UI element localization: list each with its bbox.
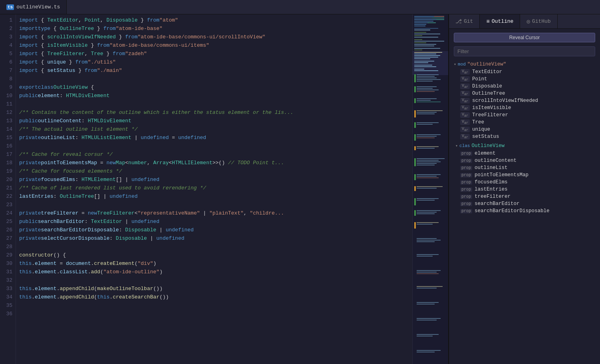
svg-rect-73 xyxy=(417,160,439,161)
svg-rect-54 xyxy=(417,81,433,82)
file-tab[interactable]: ts outlineView.ts xyxy=(0,0,67,14)
outline-class-item[interactable]: propelement xyxy=(449,150,600,157)
code-line: import { isItemVisible } from "atom-ide-… xyxy=(16,41,412,50)
line-number: 23 xyxy=(3,201,12,209)
svg-rect-20 xyxy=(414,42,426,43)
svg-rect-52 xyxy=(417,78,437,78)
github-icon: ◎ xyxy=(526,18,530,25)
svg-rect-80 xyxy=(417,186,443,187)
filter-input[interactable] xyxy=(454,46,595,56)
outline-mod-item[interactable]: VarTree xyxy=(449,119,600,126)
mod-items: VarTextEditorVarPointVarDisposableVarOut… xyxy=(449,68,600,140)
svg-rect-97 xyxy=(417,286,443,287)
outline-class-item[interactable]: proplastEntries xyxy=(449,186,600,193)
svg-rect-95 xyxy=(417,272,437,273)
tab-outline[interactable]: ≡ Outline xyxy=(480,14,520,28)
kind-badge: Var xyxy=(460,105,470,111)
class-name: OutlineView xyxy=(471,143,505,149)
svg-rect-83 xyxy=(417,200,435,201)
main-layout: 1234567891011121314151617181920212223242… xyxy=(0,14,600,364)
item-name: focusedElms xyxy=(475,179,508,185)
outline-mod-item[interactable]: VarOutlineTree xyxy=(449,90,600,97)
tab-git-label: Git xyxy=(464,18,473,24)
outline-mod-item[interactable]: Varunique xyxy=(449,126,600,133)
code-line: /** Cache for focused elements */ xyxy=(16,167,412,175)
kind-badge: Var xyxy=(460,119,470,125)
code-line xyxy=(16,142,412,150)
code-line: private focusedElms: HTMLElement[] | und… xyxy=(16,175,412,184)
tab-filename: outlineView.ts xyxy=(16,4,60,10)
outline-mod-item[interactable]: VarPoint xyxy=(449,76,600,83)
svg-rect-6 xyxy=(436,19,444,20)
outline-class-item[interactable]: propsearchBarEditor xyxy=(449,200,600,207)
svg-rect-63 xyxy=(417,112,437,113)
item-name: element xyxy=(475,151,496,156)
outline-mod-item[interactable]: VarsetStatus xyxy=(449,133,600,140)
outline-class-item[interactable]: propoutlineList xyxy=(449,164,600,171)
svg-rect-87 xyxy=(417,222,439,223)
outline-mod-item[interactable]: VarisItemVisible xyxy=(449,104,600,111)
svg-rect-19 xyxy=(414,41,444,42)
line-number: 28 xyxy=(3,243,12,251)
code-line: import { unique } from "./utils" xyxy=(16,58,412,66)
item-name: unique xyxy=(472,127,490,132)
tab-git[interactable]: ⎇ Git xyxy=(449,14,480,28)
line-number: 29 xyxy=(3,251,12,259)
code-line: import { scrollIntoViewIfNeeded } from "… xyxy=(16,33,412,41)
outline-class-item[interactable]: propfocusedElms xyxy=(449,179,600,186)
svg-rect-12 xyxy=(414,28,438,29)
svg-rect-94 xyxy=(417,270,441,271)
outline-icon: ≡ xyxy=(486,18,489,25)
kind-badge: Var xyxy=(460,91,470,96)
line-number: 10 xyxy=(3,91,12,100)
svg-rect-99 xyxy=(417,302,439,303)
code-line xyxy=(16,301,412,310)
chevron-down-icon: ▾ xyxy=(454,62,456,67)
svg-rect-76 xyxy=(417,165,435,165)
svg-rect-67 xyxy=(417,134,441,135)
kind-badge: Var xyxy=(460,69,470,75)
svg-rect-82 xyxy=(417,198,439,199)
outline-tree: ▾ mod "outlineView" VarTextEditorVarPoin… xyxy=(449,60,600,364)
line-number: 1 xyxy=(3,16,12,24)
code-line: this.element = document.createElement("d… xyxy=(16,259,412,268)
outline-class-item[interactable]: propsearchBarEditorDisposable xyxy=(449,207,600,215)
svg-rect-68 xyxy=(417,136,437,137)
item-name: outlineContent xyxy=(475,158,517,163)
kind-badge: prop xyxy=(460,202,472,206)
outline-mod-item[interactable]: VarTextEditor xyxy=(449,68,600,76)
svg-rect-102 xyxy=(417,320,437,320)
outline-class-header[interactable]: ▾ clas OutlineView xyxy=(449,142,600,150)
outline-class-item[interactable]: proptreeFilterer xyxy=(449,193,600,200)
svg-rect-88 xyxy=(417,224,433,225)
code-line: /** Contains the content of the outline … xyxy=(16,108,412,117)
line-number: 12 xyxy=(3,108,12,117)
svg-rect-3 xyxy=(414,18,432,18)
svg-rect-66 xyxy=(417,124,433,125)
svg-rect-23 xyxy=(414,48,440,49)
tab-github[interactable]: ◎ GitHub xyxy=(520,14,557,28)
outline-mod-item[interactable]: VarTreeFilterer xyxy=(449,111,600,119)
item-name: treeFilterer xyxy=(475,194,511,199)
reveal-cursor-button[interactable]: Reveal Cursor xyxy=(454,33,595,42)
code-line xyxy=(16,243,412,251)
svg-rect-46 xyxy=(414,186,416,191)
kind-badge: prop xyxy=(460,151,472,156)
item-name: Disposable xyxy=(472,84,502,89)
outline-mod-item[interactable]: VarscrollIntoViewIfNeeded xyxy=(449,97,600,104)
svg-rect-69 xyxy=(417,137,435,138)
line-number: 11 xyxy=(3,100,12,108)
svg-rect-4 xyxy=(432,18,444,18)
kind-badge: prop xyxy=(460,187,472,192)
line-number: 8 xyxy=(3,75,12,83)
outline-mod-header[interactable]: ▾ mod "outlineView" xyxy=(449,60,600,68)
line-number: 13 xyxy=(3,117,12,125)
code-line: private searchBarEditorDisposable: Dispo… xyxy=(16,226,412,234)
svg-rect-100 xyxy=(417,304,435,304)
code-line: public searchBarEditor: TextEditor | und… xyxy=(16,217,412,226)
outline-class-item[interactable]: proppointToElementsMap xyxy=(449,171,600,179)
code-content[interactable]: import { TextEditor, Point, Disposable }… xyxy=(16,14,412,364)
svg-rect-104 xyxy=(417,336,433,336)
outline-mod-item[interactable]: VarDisposable xyxy=(449,83,600,90)
outline-class-item[interactable]: propoutlineContent xyxy=(449,157,600,164)
